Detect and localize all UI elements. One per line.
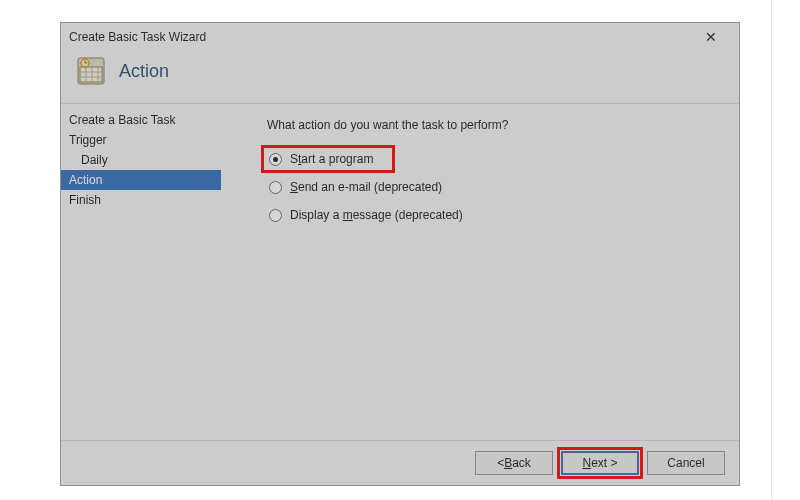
next-button-key: N [582, 456, 591, 470]
next-button-post: ext > [591, 456, 617, 470]
next-button[interactable]: Next > [561, 451, 639, 475]
back-button[interactable]: < Back [475, 451, 553, 475]
action-options: Start a programSend an e-mail (deprecate… [221, 150, 727, 224]
sidebar-step-1[interactable]: Trigger [61, 130, 221, 150]
wizard-header: Action [61, 51, 739, 104]
wizard-schedule-icon [77, 57, 105, 85]
action-option-0[interactable]: Start a program [267, 150, 379, 168]
close-icon[interactable]: ✕ [691, 25, 731, 49]
radio-icon[interactable] [269, 181, 282, 194]
page-heading: Action [119, 61, 169, 82]
option-label: Send an e-mail (deprecated) [290, 180, 442, 194]
sidebar-step-4[interactable]: Finish [61, 190, 221, 210]
wizard-main: What action do you want the task to perf… [221, 104, 739, 440]
window-title: Create Basic Task Wizard [69, 30, 206, 44]
option-label: Display a message (deprecated) [290, 208, 463, 222]
radio-icon[interactable] [269, 209, 282, 222]
wizard-footer: < Back Next > Cancel [61, 440, 739, 485]
radio-icon[interactable] [269, 153, 282, 166]
back-button-post: ack [512, 456, 531, 470]
action-option-1[interactable]: Send an e-mail (deprecated) [267, 178, 448, 196]
back-button-pre: < [497, 456, 504, 470]
wizard-dialog: Create Basic Task Wizard ✕ [60, 22, 740, 486]
wizard-body: Create a Basic TaskTriggerDailyActionFin… [61, 104, 739, 440]
back-button-key: B [504, 456, 512, 470]
option-label: Start a program [290, 152, 373, 166]
sidebar-step-2[interactable]: Daily [61, 150, 221, 170]
sidebar-step-0[interactable]: Create a Basic Task [61, 110, 221, 130]
svg-rect-1 [80, 67, 102, 82]
sidebar-step-3[interactable]: Action [61, 170, 221, 190]
page-divider [771, 0, 772, 500]
titlebar: Create Basic Task Wizard ✕ [61, 23, 739, 51]
prompt-text: What action do you want the task to perf… [221, 112, 727, 150]
wizard-steps-sidebar: Create a Basic TaskTriggerDailyActionFin… [61, 104, 221, 440]
action-option-2[interactable]: Display a message (deprecated) [267, 206, 469, 224]
cancel-button[interactable]: Cancel [647, 451, 725, 475]
